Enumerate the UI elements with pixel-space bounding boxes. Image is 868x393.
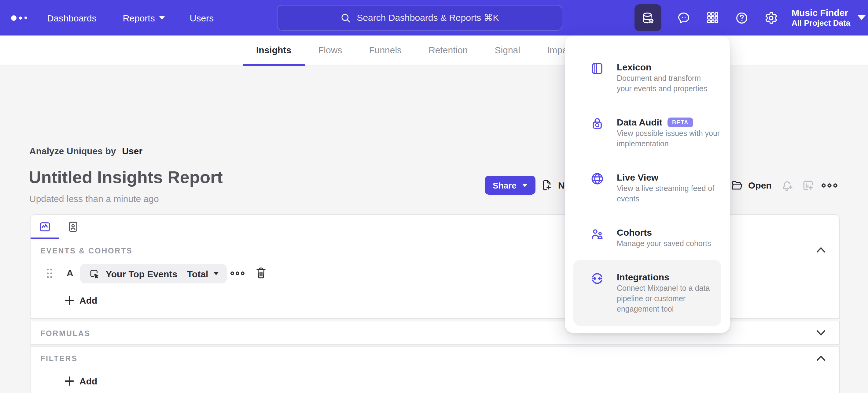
help-icon — [735, 11, 749, 25]
analyze-label: Analyze Uniques by — [29, 146, 116, 156]
drag-handle[interactable] — [46, 268, 53, 279]
nav-item-label: Users — [190, 12, 214, 23]
search-input[interactable]: Search Dashboards & Reports ⌘K — [277, 5, 562, 31]
search-placeholder: Search Dashboards & Reports ⌘K — [357, 12, 499, 23]
nav-item-users[interactable]: Users — [190, 12, 214, 23]
data-audit-icon — [590, 116, 604, 131]
nav-item-label: Dashboards — [47, 12, 97, 23]
report-tabs: Insights Flows Funnels Retention Signal … — [243, 35, 588, 66]
updated-timestamp: Updated less than a minute ago — [29, 193, 159, 204]
menu-item-text: Data Audit BETA View possible issues wit… — [617, 116, 739, 149]
cohorts-icon — [590, 226, 604, 241]
events-view-tab-icon[interactable] — [38, 220, 51, 233]
section-header-formulas: FORMULAS — [40, 329, 90, 338]
menu-item-desc: View a live streaming feed of events — [617, 184, 739, 204]
page: Dashboards Reports Users Search Dashboar… — [0, 0, 868, 393]
menu-item-title: Data Audit — [617, 116, 662, 129]
menu-item-desc: View possible issues with your implement… — [617, 129, 739, 149]
add-event-button[interactable]: Add — [65, 295, 97, 306]
caret-down-icon — [522, 183, 528, 187]
menu-item-title: Live View — [617, 171, 658, 184]
board-add-icon[interactable] — [801, 179, 815, 192]
nav-item-dashboards[interactable]: Dashboards — [47, 12, 97, 23]
metric-name: Total — [187, 269, 208, 279]
project-scope: All Project Data — [792, 19, 850, 29]
add-label: Add — [80, 376, 97, 386]
gear-icon — [764, 11, 778, 25]
alert-add-icon[interactable] — [781, 179, 794, 192]
add-filter-button[interactable]: Add — [65, 376, 97, 386]
menu-item-integrations[interactable]: Integrations Connect Mixpanel to a data … — [574, 260, 721, 326]
plus-icon — [65, 296, 74, 305]
caret-down-icon — [213, 272, 219, 276]
series-letter: A — [67, 268, 73, 278]
menu-item-title: Integrations — [617, 271, 669, 283]
nav-item-label: Reports — [123, 12, 155, 23]
menu-item-title: Lexicon — [617, 61, 651, 74]
feedback-button[interactable] — [677, 11, 691, 25]
project-name: Music Finder — [792, 7, 850, 19]
caret-down-icon — [159, 16, 165, 20]
menu-item-lexicon[interactable]: Lexicon Document and transform your even… — [565, 50, 730, 105]
open-label: Open — [748, 180, 772, 190]
menu-item-text: Integrations Connect Mixpanel to a data … — [617, 271, 739, 315]
tab-retention[interactable]: Retention — [415, 35, 481, 66]
nav-item-reports[interactable]: Reports — [123, 12, 165, 23]
analyze-value-dropdown[interactable]: User — [122, 146, 143, 156]
apps-button[interactable] — [706, 11, 719, 25]
search-icon — [340, 12, 350, 23]
menu-item-live-view[interactable]: Live View View a live streaming feed of … — [565, 160, 730, 216]
section-header-filters: FILTERS — [40, 355, 78, 363]
page-title: Untitled Insights Report — [29, 168, 223, 187]
chevron-down-icon — [858, 15, 866, 20]
section-header-events: EVENTS & COHORTS — [40, 247, 133, 255]
grid-icon — [706, 11, 719, 25]
share-button[interactable]: Share — [485, 176, 535, 195]
chat-bubble-icon — [677, 11, 691, 25]
menu-item-text: Lexicon Document and transform your even… — [617, 61, 739, 94]
tab-funnels[interactable]: Funnels — [355, 35, 415, 66]
settings-button[interactable] — [764, 11, 778, 25]
more-options-button[interactable] — [822, 182, 837, 189]
users-view-tab-icon[interactable] — [67, 220, 80, 233]
share-label: Share — [493, 180, 517, 190]
menu-item-title: Cohorts — [617, 226, 652, 239]
filters-card: FILTERS Add — [30, 346, 840, 393]
top-nav: Dashboards Reports Users Search Dashboar… — [0, 0, 868, 35]
event-name: Your Top Events — [106, 269, 177, 279]
help-button[interactable] — [735, 11, 749, 25]
analyze-row: Analyze Uniques by User — [29, 146, 143, 156]
chevron-up-icon[interactable] — [816, 247, 826, 253]
event-selector[interactable]: Your Top Events — [80, 264, 186, 283]
document-plus-icon — [540, 179, 553, 192]
delete-row-button[interactable] — [255, 266, 267, 280]
lexicon-icon — [590, 61, 604, 76]
beta-badge: BETA — [668, 117, 693, 127]
cursor-click-icon — [89, 268, 100, 279]
tab-signal[interactable]: Signal — [482, 35, 534, 66]
globe-icon — [590, 171, 604, 186]
menu-item-text: Live View View a live streaming feed of … — [617, 171, 739, 204]
chevron-down-icon[interactable] — [816, 330, 826, 336]
menu-item-desc: Manage your saved cohorts — [617, 239, 739, 249]
menu-item-desc: Connect Mixpanel to a data pipeline or c… — [617, 283, 739, 315]
data-management-menu: Lexicon Document and transform your even… — [565, 35, 730, 333]
menu-item-cohorts[interactable]: Cohorts Manage your saved cohorts — [565, 216, 730, 260]
row-more-button[interactable] — [230, 270, 245, 277]
nav-right-group: Music Finder All Project Data — [634, 0, 866, 35]
database-gear-icon — [641, 11, 655, 25]
menu-item-desc: Document and transform your events and p… — [617, 74, 739, 94]
chevron-up-icon[interactable] — [816, 355, 826, 361]
data-management-button[interactable] — [634, 4, 661, 31]
add-label: Add — [80, 295, 97, 306]
tab-insights[interactable]: Insights — [243, 35, 305, 66]
plus-icon — [65, 376, 74, 386]
active-view-underline — [31, 237, 59, 240]
project-selector[interactable]: Music Finder All Project Data — [792, 7, 850, 28]
metric-selector[interactable]: Total — [179, 264, 226, 283]
mixpanel-logo-icon[interactable] — [11, 15, 27, 21]
integrations-icon — [590, 271, 604, 286]
menu-item-data-audit[interactable]: Data Audit BETA View possible issues wit… — [565, 105, 730, 160]
tab-flows[interactable]: Flows — [305, 35, 355, 66]
menu-item-text: Cohorts Manage your saved cohorts — [617, 226, 739, 249]
